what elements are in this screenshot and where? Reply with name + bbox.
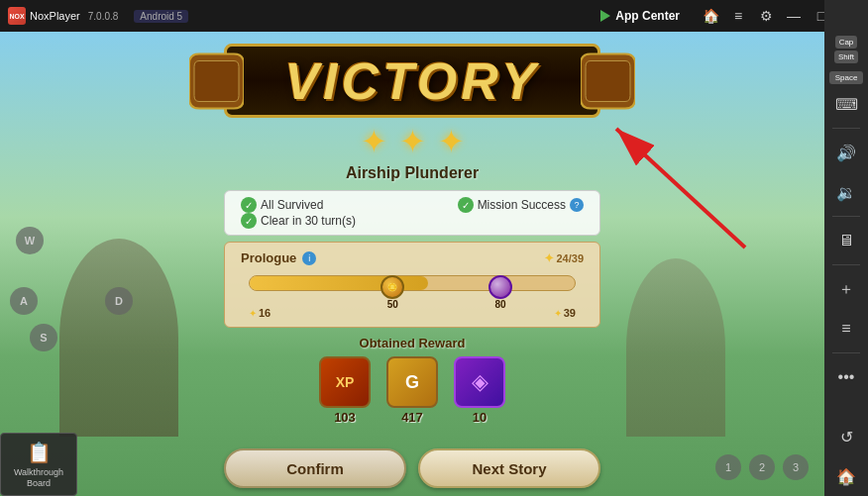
bottom-buttons: Confirm Next Story — [224, 448, 600, 488]
gem-count: 10 — [473, 410, 487, 425]
subtitle: Airship Plunderer — [346, 164, 479, 182]
shift-key[interactable]: Shift — [834, 50, 858, 63]
walkthrough-label: WalkthroughBoard — [14, 467, 63, 489]
volume-down-icon[interactable]: 🔉 — [828, 174, 864, 210]
game-area: VICTORY ✦ ✦ ✦ Airship Plunderer ✓ All Su… — [0, 32, 824, 496]
prologue-info-icon[interactable]: i — [302, 251, 316, 265]
star-1: ✦ — [361, 123, 387, 160]
status-row-2: ✓ Clear in 30 turn(s) — [241, 213, 584, 229]
pagination: 1 2 3 — [715, 454, 809, 480]
play-icon — [600, 10, 610, 22]
gem-reward-icon: ◈ — [454, 356, 505, 408]
stars-row: ✦ ✦ ✦ — [361, 123, 465, 160]
nox-icon-text: NOX — [9, 13, 24, 20]
status-all-survived: ✓ All Survived — [241, 197, 323, 213]
progress-score-value: 24/39 — [556, 252, 584, 264]
right-sidebar: Cap Shift Space ⌨ 🔊 🔉 🖥 ＋ ≡ ••• ↺ 🏠 — [824, 0, 868, 496]
layers-icon[interactable]: ≡ — [828, 311, 864, 347]
prologue-title: Prologue — [241, 250, 296, 265]
marker-2-value: 80 — [495, 299, 506, 310]
mission-info-icon[interactable]: ? — [570, 198, 584, 212]
victory-text: VICTORY — [284, 51, 539, 111]
app-center-button[interactable]: App Center — [589, 0, 692, 32]
victory-banner: VICTORY — [224, 44, 600, 118]
cap-shift-keys: Cap Shift — [834, 36, 858, 63]
cap-key[interactable]: Cap — [835, 36, 858, 49]
check-turns-icon: ✓ — [241, 213, 257, 229]
rewards-title: Obtained Reward — [224, 336, 600, 350]
progress-bar-wrapper: 🪙 50 80 — [249, 275, 576, 305]
next-story-button[interactable]: Next Story — [418, 448, 600, 488]
status-panel: ✓ All Survived ✓ Mission Success ? ✓ Cle… — [224, 190, 600, 236]
status-mission-success: ✓ Mission Success ? — [458, 197, 584, 213]
page-2-button[interactable]: 2 — [749, 454, 775, 480]
status-clear-turns: ✓ Clear in 30 turn(s) — [241, 213, 356, 229]
sidebar-divider-2 — [832, 216, 860, 217]
left-row-buttons: A D — [10, 287, 133, 315]
star-2: ✦ — [399, 123, 426, 160]
top-bar: NOX NoxPlayer 7.0.0.8 Android 5 App Cent… — [0, 0, 868, 32]
back-icon[interactable]: ↺ — [828, 419, 864, 454]
game-content: VICTORY ✦ ✦ ✦ Airship Plunderer ✓ All Su… — [0, 32, 824, 496]
reward-gem: ◈ 10 — [454, 356, 505, 425]
home-icon[interactable]: 🏠 — [828, 458, 864, 494]
android-badge: Android 5 — [134, 10, 188, 23]
display-icon[interactable]: 🖥 — [828, 223, 864, 258]
sub-score-2: ✦ 39 — [554, 307, 576, 319]
progress-bar-bg — [249, 275, 576, 291]
rewards-section: Obtained Reward XP 103 G 417 — [224, 336, 600, 425]
a-key-button[interactable]: A — [10, 287, 38, 315]
version-text: 7.0.0.8 — [88, 11, 119, 22]
current-score: ✦ 24/39 — [544, 251, 584, 265]
progress-marker-1: 🪙 50 — [380, 275, 404, 310]
mission-label: Mission Success — [478, 198, 566, 212]
minimize-button[interactable]: — — [783, 5, 805, 27]
menu-button[interactable]: ≡ — [727, 5, 749, 27]
reward-xp: XP 103 — [319, 356, 371, 425]
w-key-button[interactable]: W — [16, 227, 44, 254]
add-icon[interactable]: ＋ — [828, 271, 864, 307]
rewards-row: XP 103 G 417 ◈ 10 — [224, 356, 600, 425]
star-3: ✦ — [438, 123, 465, 160]
volume-up-icon[interactable]: 🔊 — [828, 135, 864, 170]
d-key-button[interactable]: D — [105, 287, 133, 315]
progress-marker-2: 80 — [488, 275, 512, 310]
sub-score-1: ✦ 16 — [249, 307, 271, 319]
progress-section: Prologue i ✦ 24/39 🪙 50 — [224, 242, 600, 328]
gold-count: 417 — [401, 410, 423, 425]
left-side-buttons: W — [16, 227, 44, 254]
space-key[interactable]: Space — [829, 71, 864, 84]
status-row-1: ✓ All Survived ✓ Mission Success ? — [241, 197, 584, 213]
progress-title-row: Prologue i ✦ 24/39 — [241, 250, 584, 265]
check-mission-icon: ✓ — [458, 197, 474, 213]
s-key-button[interactable]: S — [30, 324, 57, 351]
walkthrough-icon: 📋 — [27, 441, 52, 464]
sub-scores-row: ✦ 16 ✦ 39 — [241, 307, 584, 319]
sub-score-2-value: 39 — [564, 307, 576, 319]
nox-icon: NOX — [8, 7, 26, 25]
reward-gold: G 417 — [386, 356, 438, 425]
survived-label: All Survived — [261, 198, 323, 212]
more-icon[interactable]: ••• — [828, 359, 864, 395]
confirm-button[interactable]: Confirm — [224, 448, 406, 488]
sidebar-divider-1 — [832, 128, 860, 129]
s-key-container: S — [30, 324, 57, 351]
check-survived-icon: ✓ — [241, 197, 257, 213]
page-3-button[interactable]: 3 — [783, 454, 809, 480]
sub-score-1-value: 16 — [259, 307, 271, 319]
coin-icon-2 — [488, 275, 512, 299]
turns-label: Clear in 30 turn(s) — [261, 214, 356, 228]
sidebar-divider-4 — [832, 352, 860, 353]
coin-icon-1: 🪙 — [380, 275, 404, 299]
app-name: NoxPlayer — [30, 10, 80, 22]
home-topbar-button[interactable]: 🏠 — [700, 5, 721, 27]
xp-count: 103 — [334, 410, 356, 425]
walkthrough-board[interactable]: 📋 WalkthroughBoard — [0, 433, 77, 496]
page-1-button[interactable]: 1 — [715, 454, 741, 480]
nox-logo: NOX NoxPlayer 7.0.0.8 — [0, 7, 126, 25]
marker-1-value: 50 — [387, 299, 398, 310]
sidebar-divider-3 — [832, 264, 860, 265]
settings-button[interactable]: ⚙ — [755, 5, 777, 27]
gold-reward-icon: G — [386, 356, 438, 408]
keyboard-icon[interactable]: ⌨ — [828, 86, 864, 122]
